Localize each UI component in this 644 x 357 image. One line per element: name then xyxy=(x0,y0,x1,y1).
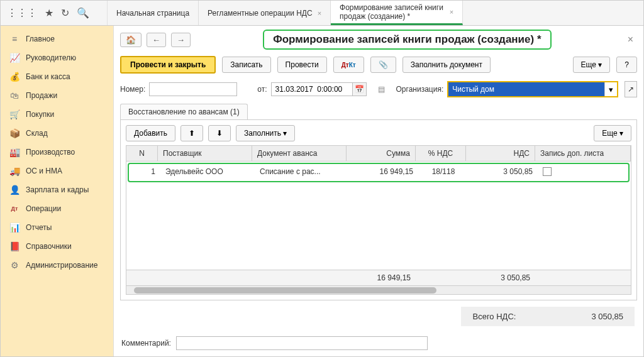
truck-icon: 🚚 xyxy=(9,166,19,176)
footer-sum: 16 949,15 xyxy=(347,270,416,285)
tab-sales-book[interactable]: Формирование записей книги продаж (созда… xyxy=(331,1,463,25)
cell-doc: Списание с рас... xyxy=(255,164,349,181)
table-row[interactable]: 1 Эдельвейс ООО Списание с рас... 16 949… xyxy=(128,163,630,182)
sidebar-item-manager[interactable]: 📈Руководителю xyxy=(1,48,113,67)
comment-label: Комментарий: xyxy=(121,339,171,348)
forward-button[interactable]: → xyxy=(171,33,191,47)
chevron-down-icon: ▾ xyxy=(619,129,623,138)
col-header-nds[interactable]: НДС xyxy=(466,146,535,161)
dtkt-icon: Дт xyxy=(9,204,19,214)
close-icon[interactable]: × xyxy=(318,9,321,17)
chevron-down-icon: ▾ xyxy=(283,129,287,138)
post-and-close-button[interactable]: Провести и закрыть xyxy=(120,56,216,74)
col-header-supplier[interactable]: Поставщик xyxy=(158,146,252,161)
number-input[interactable] xyxy=(149,82,237,96)
tab-vat-ops[interactable]: Регламентные операции НДС × xyxy=(199,1,331,25)
grid-menu-icon[interactable]: ⋮⋮⋮ xyxy=(7,7,37,19)
chevron-down-icon: ▾ xyxy=(598,60,602,69)
attach-button[interactable]: 📎 xyxy=(370,57,396,73)
summary-total: Всего НДС: 3 050,85 xyxy=(461,307,635,326)
sidebar-item-label: Продажи xyxy=(26,91,57,100)
sidebar-item-sales[interactable]: 🛍Продажи xyxy=(1,86,113,105)
col-header-record[interactable]: Запись доп. листа xyxy=(535,146,631,161)
sidebar-item-reports[interactable]: 📊Отчеты xyxy=(1,218,113,237)
open-reference-button[interactable]: ↗ xyxy=(625,81,637,97)
close-icon[interactable]: × xyxy=(450,8,453,16)
factory-icon: 🏭 xyxy=(9,147,19,157)
organization-input[interactable] xyxy=(448,82,604,96)
sidebar-item-purchases[interactable]: 🛒Покупки xyxy=(1,105,113,124)
sidebar-item-label: Справочники xyxy=(26,242,72,251)
subtab-advances[interactable]: Восстановление по авансам (1) xyxy=(120,104,248,119)
fill-button[interactable]: Заполнить ▾ xyxy=(236,125,295,141)
sidebar-item-label: Операции xyxy=(26,204,61,213)
sidebar-item-operations[interactable]: ДтОперации xyxy=(1,199,113,218)
back-button[interactable]: ← xyxy=(147,33,166,47)
move-up-button[interactable]: ⬆ xyxy=(180,125,203,141)
bag-icon: 🛍 xyxy=(9,91,19,101)
sidebar-item-catalogs[interactable]: 📕Справочники xyxy=(1,237,113,256)
history-icon[interactable]: ↻ xyxy=(61,7,69,19)
date-input[interactable] xyxy=(271,82,353,96)
chart-icon: 📈 xyxy=(9,53,19,63)
help-button[interactable]: ? xyxy=(616,57,637,73)
post-button[interactable]: Провести xyxy=(277,57,327,73)
doc-icon: ▤ xyxy=(378,85,385,94)
search-icon[interactable]: 🔍 xyxy=(77,7,89,19)
book-icon: 📕 xyxy=(9,241,19,251)
list-icon: ≡ xyxy=(9,34,19,44)
navigation-sidebar: ≡Главное 📈Руководителю 💰Банк и касса 🛍Пр… xyxy=(1,26,114,356)
sidebar-item-production[interactable]: 🏭Производство xyxy=(1,143,113,162)
sidebar-item-label: Покупки xyxy=(26,110,54,119)
tab-label: Формирование записей книги продаж (созда… xyxy=(340,3,445,21)
add-row-button[interactable]: Добавить xyxy=(126,125,175,141)
calendar-icon[interactable]: 📅 xyxy=(353,82,367,96)
fill-document-button[interactable]: Заполнить документ xyxy=(402,57,491,73)
close-page-button[interactable]: × xyxy=(624,34,637,45)
move-down-button[interactable]: ⬇ xyxy=(208,125,231,141)
col-header-vatrate[interactable]: % НДС xyxy=(416,146,466,161)
gear-icon: ⚙ xyxy=(9,260,19,270)
dtkt-button[interactable]: ДтКт xyxy=(333,57,364,73)
sidebar-item-label: ОС и НМА xyxy=(26,167,62,175)
box-icon: 📦 xyxy=(9,128,19,138)
person-icon: 👤 xyxy=(9,185,19,195)
sidebar-item-label: Производство xyxy=(26,148,75,157)
sidebar-item-assets[interactable]: 🚚ОС и НМА xyxy=(1,162,113,180)
sidebar-item-label: Руководителю xyxy=(26,53,76,62)
home-button[interactable]: 🏠 xyxy=(120,33,142,47)
sidebar-item-warehouse[interactable]: 📦Склад xyxy=(1,124,113,143)
tab-label: Регламентные операции НДС xyxy=(208,9,313,18)
checkbox[interactable] xyxy=(543,167,552,176)
save-button[interactable]: Записать xyxy=(222,57,270,73)
cell-record[interactable] xyxy=(538,164,628,181)
sidebar-item-label: Главное xyxy=(26,35,55,43)
col-header-n[interactable]: N xyxy=(126,146,158,161)
sidebar-item-label: Отчеты xyxy=(26,223,52,232)
cart-icon: 🛒 xyxy=(9,109,19,119)
sidebar-item-label: Зарплата и кадры xyxy=(26,185,89,194)
summary-value: 3 050,85 xyxy=(591,312,623,321)
horizontal-scrollbar[interactable] xyxy=(126,285,631,294)
dropdown-button[interactable]: ▾ xyxy=(604,82,617,96)
cell-supplier: Эдельвейс ООО xyxy=(160,164,255,181)
comment-input[interactable] xyxy=(176,336,428,350)
from-label: от: xyxy=(257,85,267,94)
more-button[interactable]: Еще ▾ xyxy=(573,57,611,73)
organization-field[interactable]: ▾ xyxy=(447,81,618,97)
sidebar-item-label: Администрирование xyxy=(26,261,97,270)
footer-nds: 3 050,85 xyxy=(466,270,535,285)
col-header-doc[interactable]: Документ аванса xyxy=(252,146,347,161)
cell-nds: 3 050,85 xyxy=(469,164,538,181)
panel-more-button[interactable]: Еще ▾ xyxy=(594,125,631,141)
sidebar-item-admin[interactable]: ⚙Администрирование xyxy=(1,256,113,275)
sidebar-item-salary[interactable]: 👤Зарплата и кадры xyxy=(1,180,113,199)
cell-vatrate: 18/118 xyxy=(418,164,469,181)
col-header-sum[interactable]: Сумма xyxy=(347,146,416,161)
sidebar-item-label: Банк и касса xyxy=(26,72,70,81)
tab-start[interactable]: Начальная страница xyxy=(108,1,199,25)
sidebar-item-main[interactable]: ≡Главное xyxy=(1,30,113,48)
sidebar-item-bank[interactable]: 💰Банк и касса xyxy=(1,67,113,86)
favorite-icon[interactable]: ★ xyxy=(45,7,53,19)
cell-sum: 16 949,15 xyxy=(349,164,418,181)
